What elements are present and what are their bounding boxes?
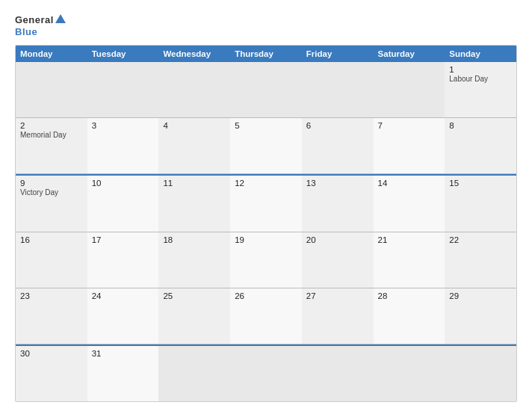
header-day-tuesday: Tuesday: [87, 46, 159, 62]
calendar-cell: 8: [445, 118, 516, 173]
calendar-cell: [230, 62, 302, 117]
calendar-body: 1Labour Day2Memorial Day3456789Victory D…: [16, 62, 516, 401]
calendar-cell: 23: [16, 288, 87, 344]
header-day-sunday: Sunday: [445, 46, 516, 62]
day-number: 26: [235, 291, 297, 300]
day-event: Labour Day: [449, 75, 512, 83]
page: General Blue MondayTuesdayWednesdayThurs…: [0, 0, 532, 411]
calendar-cell: 5: [230, 118, 302, 173]
logo-flag-icon: [55, 14, 66, 23]
day-event: Victory Day: [20, 188, 83, 197]
calendar-week-2: 2Memorial Day345678: [16, 118, 516, 174]
day-number: 4: [163, 121, 226, 130]
calendar-cell: 31: [87, 346, 159, 401]
calendar-cell: [445, 346, 516, 401]
day-number: 28: [378, 291, 441, 300]
calendar-cell: 26: [230, 288, 302, 344]
calendar-cell: 22: [445, 232, 516, 288]
calendar-week-4: 16171819202122: [16, 232, 516, 288]
calendar-cell: [374, 62, 445, 117]
day-number: 24: [92, 291, 155, 300]
calendar-week-5: 23242526272829: [16, 288, 516, 344]
header-day-thursday: Thursday: [230, 46, 302, 62]
day-number: 14: [378, 179, 441, 188]
header-day-saturday: Saturday: [374, 46, 445, 62]
calendar-cell: 1Labour Day: [445, 62, 516, 117]
day-number: 11: [163, 179, 226, 188]
calendar-cell: [302, 346, 374, 401]
day-number: 25: [163, 291, 226, 300]
day-number: 27: [306, 291, 369, 300]
calendar-cell: [87, 62, 159, 117]
calendar-cell: [374, 346, 445, 401]
day-number: 12: [235, 179, 297, 188]
day-number: 29: [449, 291, 512, 300]
day-number: 15: [449, 179, 512, 188]
calendar-cell: 6: [302, 118, 374, 173]
calendar-cell: 14: [374, 176, 445, 231]
day-number: 22: [449, 235, 512, 244]
calendar-cell: 21: [374, 232, 445, 288]
calendar-cell: [230, 346, 302, 401]
day-number: 18: [163, 235, 226, 244]
day-number: 23: [20, 291, 83, 300]
calendar-cell: 4: [158, 118, 230, 173]
day-number: 31: [92, 349, 155, 358]
logo-blue: Blue: [15, 26, 37, 37]
logo-general: General: [15, 14, 54, 25]
header-day-wednesday: Wednesday: [158, 46, 230, 62]
calendar-cell: 19: [230, 232, 302, 288]
calendar-header: MondayTuesdayWednesdayThursdayFridaySatu…: [16, 46, 516, 62]
day-number: 13: [306, 179, 369, 188]
calendar-cell: 15: [445, 176, 516, 231]
calendar-cell: [158, 62, 230, 117]
day-number: 10: [92, 179, 155, 188]
calendar-cell: 27: [302, 288, 374, 344]
calendar-week-1: 1Labour Day: [16, 62, 516, 118]
calendar-cell: 3: [87, 118, 159, 173]
day-number: 21: [378, 235, 441, 244]
header: General Blue: [15, 13, 517, 37]
calendar-cell: [158, 346, 230, 401]
day-number: 19: [235, 235, 297, 244]
header-day-monday: Monday: [16, 46, 87, 62]
calendar-cell: 25: [158, 288, 230, 344]
day-number: 16: [20, 235, 83, 244]
calendar-cell: 24: [87, 288, 159, 344]
day-number: 20: [306, 235, 369, 244]
calendar-cell: [302, 62, 374, 117]
day-number: 3: [92, 121, 155, 130]
day-number: 17: [92, 235, 155, 244]
calendar-cell: 13: [302, 176, 374, 231]
calendar-week-6: 3031: [16, 344, 516, 401]
calendar-week-3: 9Victory Day101112131415: [16, 174, 516, 232]
header-day-friday: Friday: [302, 46, 374, 62]
logo-text: General Blue: [15, 13, 66, 37]
calendar-cell: 18: [158, 232, 230, 288]
calendar-cell: 16: [16, 232, 87, 288]
day-number: 9: [20, 179, 83, 188]
calendar-cell: 11: [158, 176, 230, 231]
calendar-cell: 9Victory Day: [16, 176, 87, 231]
calendar-cell: 10: [87, 176, 159, 231]
calendar-cell: 29: [445, 288, 516, 344]
calendar-cell: 7: [374, 118, 445, 173]
day-event: Memorial Day: [20, 131, 83, 139]
logo: General Blue: [15, 13, 66, 37]
calendar-cell: 2Memorial Day: [16, 118, 87, 173]
day-number: 5: [235, 121, 297, 130]
day-number: 7: [378, 121, 441, 130]
calendar-cell: 20: [302, 232, 374, 288]
day-number: 30: [20, 349, 83, 358]
day-number: 6: [306, 121, 369, 130]
calendar-cell: 28: [374, 288, 445, 344]
day-number: 1: [449, 65, 512, 74]
day-number: 8: [449, 121, 512, 130]
day-number: 2: [20, 121, 83, 130]
calendar-cell: 30: [16, 346, 87, 401]
calendar: MondayTuesdayWednesdayThursdayFridaySatu…: [15, 45, 517, 402]
calendar-cell: 17: [87, 232, 159, 288]
calendar-cell: 12: [230, 176, 302, 231]
calendar-cell: [16, 62, 87, 117]
